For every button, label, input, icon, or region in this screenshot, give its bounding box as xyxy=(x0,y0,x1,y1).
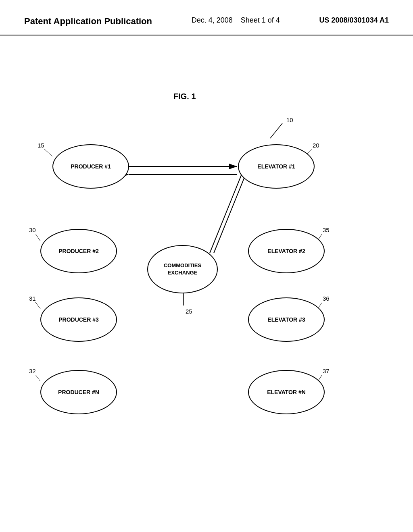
producer1-label: PRODUCER #1 xyxy=(71,163,111,170)
svg-line-16 xyxy=(35,234,40,241)
svg-text:30: 30 xyxy=(29,227,36,233)
elevatorN-label: ELEVATOR #N xyxy=(267,389,306,395)
svg-line-24 xyxy=(35,375,40,381)
svg-text:10: 10 xyxy=(286,116,293,123)
svg-line-8 xyxy=(210,168,244,253)
elevator3-label: ELEVATOR #3 xyxy=(267,316,305,323)
commodities-exchange-node: COMMODITIESEXCHANGE xyxy=(147,245,218,293)
producer3-node: PRODUCER #3 xyxy=(40,297,117,342)
producer3-label: PRODUCER #3 xyxy=(58,316,99,323)
publication-date: Dec. 4, 2008 xyxy=(192,16,233,24)
svg-text:35: 35 xyxy=(323,227,330,233)
producerN-node: PRODUCER #N xyxy=(40,370,117,414)
svg-text:37: 37 xyxy=(323,368,330,374)
svg-text:31: 31 xyxy=(29,295,36,302)
elevator3-node: ELEVATOR #3 xyxy=(248,297,325,342)
svg-text:15: 15 xyxy=(38,142,44,149)
elevator2-node: ELEVATOR #2 xyxy=(248,229,325,273)
svg-line-5 xyxy=(270,123,282,138)
producer1-node: PRODUCER #1 xyxy=(52,144,129,189)
sheet-info: Sheet 1 of 4 xyxy=(241,16,280,24)
commodities-exchange-label: COMMODITIESEXCHANGE xyxy=(164,262,201,276)
svg-text:25: 25 xyxy=(186,308,192,315)
svg-line-20 xyxy=(35,302,40,309)
page-header: Patent Application Publication Dec. 4, 2… xyxy=(0,0,413,35)
publication-title: Patent Application Publication xyxy=(24,16,152,27)
svg-text:32: 32 xyxy=(29,368,36,374)
patent-number: US 2008/0301034 A1 xyxy=(319,16,389,25)
svg-line-12 xyxy=(44,149,52,156)
svg-text:36: 36 xyxy=(323,295,330,302)
producer2-label: PRODUCER #2 xyxy=(58,248,99,254)
elevator1-label: ELEVATOR #1 xyxy=(257,163,295,170)
svg-line-7 xyxy=(214,168,248,253)
producer2-node: PRODUCER #2 xyxy=(40,229,117,273)
producerN-label: PRODUCER #N xyxy=(58,389,99,395)
svg-text:20: 20 xyxy=(313,142,319,149)
elevatorN-node: ELEVATOR #N xyxy=(248,370,325,414)
diagram-area: FIG. 1 10 25 15 xyxy=(0,35,413,519)
header-date-sheet: Dec. 4, 2008 Sheet 1 of 4 xyxy=(192,16,280,25)
elevator1-node: ELEVATOR #1 xyxy=(238,144,315,189)
elevator2-label: ELEVATOR #2 xyxy=(267,248,305,254)
